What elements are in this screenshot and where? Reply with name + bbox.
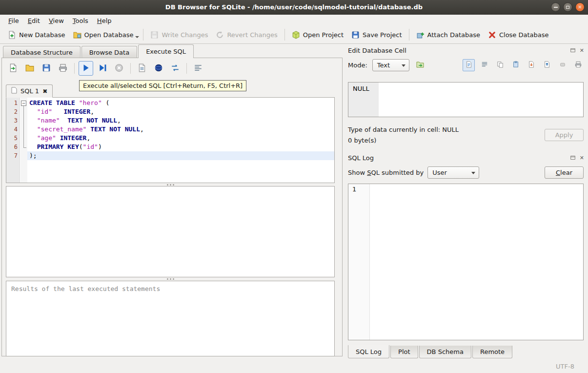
editor-line[interactable]: 2 "id" INTEGER,	[6, 107, 334, 116]
tab-remote[interactable]: Remote	[472, 346, 512, 358]
paste-cell-button[interactable]	[509, 59, 522, 71]
text-mode-button[interactable]	[463, 59, 475, 71]
export-data-button[interactable]	[541, 59, 553, 71]
tab-execute-sql[interactable]: Execute SQL	[138, 44, 194, 58]
tab-plot[interactable]: Plot	[390, 346, 418, 358]
open-project-button[interactable]: Open Project	[288, 28, 347, 41]
tab-browse-data[interactable]: Browse Data	[81, 46, 138, 58]
log-line-number: 1	[352, 186, 356, 193]
editor-line[interactable]: 3 "name" TEXT NOT NULL,	[6, 116, 334, 125]
export-results-button[interactable]	[135, 61, 149, 76]
line-number: 3	[6, 116, 20, 125]
editor-line[interactable]: 1−CREATE TABLE "hero" (	[6, 99, 334, 107]
execute-current-line-button[interactable]	[95, 61, 110, 76]
revert-changes-button[interactable]: Revert Changes	[212, 28, 281, 41]
maximize-icon	[566, 6, 569, 9]
import-text-button[interactable]	[414, 59, 426, 71]
copy-icon	[497, 61, 504, 69]
menu-edit[interactable]: Edit	[23, 16, 44, 25]
editor-line[interactable]: 5 "age" INTEGER,	[6, 134, 334, 143]
write-changes-button[interactable]: Write Changes	[146, 28, 212, 41]
close-database-button[interactable]: Close Database	[484, 28, 553, 41]
close-tab-icon[interactable]: ✖	[42, 88, 47, 95]
save-project-button[interactable]: Save Project	[347, 28, 406, 41]
dock-float-icon[interactable]	[570, 155, 576, 161]
sql-editor[interactable]: 1−CREATE TABLE "hero" (2 "id" INTEGER,3 …	[6, 97, 335, 183]
menubar: File Edit View Tools Help	[0, 15, 588, 26]
window-controls: ✕	[551, 2, 585, 12]
open-database-button[interactable]: Open Database	[69, 28, 138, 41]
export-data-icon	[544, 61, 550, 69]
open-database-label: Open Database	[84, 31, 134, 39]
attach-database-button[interactable]: Attach Database	[412, 28, 484, 41]
fold-margin[interactable]: −	[20, 99, 27, 107]
find-replace-button[interactable]	[168, 61, 182, 76]
write-changes-label: Write Changes	[162, 31, 208, 39]
sql-token: TEXT NOT NULL	[90, 125, 140, 133]
sql-doc-icon	[11, 87, 17, 95]
menu-help[interactable]: Help	[93, 16, 116, 25]
titlebar[interactable]: DB Browser for SQLite - /home/user/code/…	[0, 0, 588, 15]
cell-toolbar	[463, 59, 584, 71]
tab-database-structure[interactable]: Database Structure	[3, 46, 81, 58]
set-null-button[interactable]	[556, 59, 568, 71]
apply-button[interactable]: Apply	[545, 129, 584, 141]
revert-changes-icon	[216, 31, 224, 39]
save-project-icon	[351, 31, 360, 39]
close-button[interactable]: ✕	[575, 2, 585, 12]
open-sql-file-button[interactable]	[22, 61, 37, 76]
sql-token: ,	[117, 117, 121, 124]
sql-token	[29, 117, 37, 124]
attach-database-icon	[416, 31, 425, 39]
menu-file[interactable]: File	[4, 16, 23, 25]
fold-margin	[20, 134, 27, 143]
sql-token: "name"	[37, 117, 60, 124]
save-as-view-button[interactable]	[151, 61, 166, 76]
open-database-menu-arrow-icon[interactable]	[135, 36, 139, 38]
dock-close-icon[interactable]: ✕	[580, 48, 584, 53]
clear-log-button[interactable]: Clear	[545, 166, 584, 179]
editor-line[interactable]: 4 "secret_name" TEXT NOT NULL,	[6, 125, 334, 134]
code-text: CREATE TABLE "hero" (	[27, 99, 334, 107]
cell-editor-gutter: NULL	[348, 83, 379, 117]
tab-db-schema[interactable]: DB Schema	[419, 346, 471, 358]
code-text: "secret_name" TEXT NOT NULL,	[27, 125, 334, 134]
format-sql-button[interactable]	[191, 61, 205, 76]
print-sql-button[interactable]	[56, 61, 70, 76]
stop-execution-button[interactable]	[112, 61, 126, 76]
cell-editor[interactable]: NULL	[348, 82, 584, 117]
menu-tools[interactable]: Tools	[68, 16, 93, 25]
copy-cell-button[interactable]	[494, 59, 506, 71]
close-icon: ✕	[578, 5, 582, 10]
open-file-icon	[25, 63, 34, 74]
sql-token: INTEGER	[60, 134, 87, 142]
menu-view[interactable]: View	[44, 16, 68, 25]
dock-close-icon[interactable]: ✕	[580, 155, 584, 161]
save-file-icon	[42, 63, 51, 74]
maximize-button[interactable]	[563, 2, 572, 12]
open-sql-in-tab-button[interactable]	[6, 61, 20, 76]
cell-type-info: Type of data currently in cell: NULL	[348, 126, 459, 133]
word-wrap-button[interactable]	[478, 59, 490, 71]
word-wrap-icon	[481, 61, 488, 69]
new-database-button[interactable]: New Database	[4, 28, 69, 41]
sql-tab-label: SQL 1	[20, 87, 39, 95]
editor-line[interactable]: 6 PRIMARY KEY("id")	[6, 143, 334, 151]
fold-collapse-icon[interactable]: −	[21, 101, 26, 106]
save-sql-file-button[interactable]	[39, 61, 54, 76]
editor-line[interactable]: 7);	[6, 151, 334, 160]
sql-token: "secret_name"	[37, 125, 87, 133]
submitter-select[interactable]: User	[427, 166, 479, 179]
sql-document-tab[interactable]: SQL 1 ✖	[6, 84, 53, 98]
import-data-button[interactable]	[525, 59, 537, 71]
close-database-icon	[488, 31, 496, 39]
minimize-button[interactable]	[551, 2, 560, 12]
splitter-handle[interactable]	[6, 278, 335, 280]
sql-token: INTEGER	[63, 108, 90, 115]
sql-token	[52, 108, 63, 115]
mode-select[interactable]: Text	[372, 59, 409, 71]
dock-float-icon[interactable]	[570, 47, 576, 53]
tab-sql-log[interactable]: SQL Log	[348, 345, 389, 358]
execute-all-button[interactable]	[79, 61, 93, 76]
print-cell-button[interactable]	[572, 59, 584, 71]
